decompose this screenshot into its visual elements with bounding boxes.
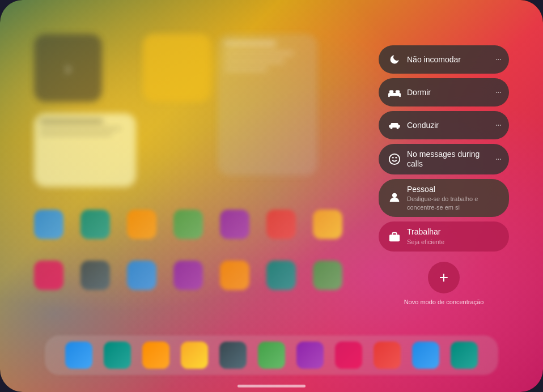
svg-rect-4	[399, 95, 401, 97]
app-row-2	[34, 261, 342, 290]
car-icon	[387, 117, 402, 133]
svg-point-7	[389, 154, 400, 164]
focus-item-nao-incomodar[interactable]: Não incomodar ···	[379, 45, 509, 74]
dock-icon	[142, 342, 169, 369]
app-icon	[127, 210, 156, 239]
focus-title: Não incomodar	[407, 55, 492, 65]
focus-text-trabalhar: Trabalhar Seja eficiente	[407, 227, 501, 246]
focus-title: Pessoal	[407, 185, 501, 194]
dock-icon	[451, 342, 478, 369]
focus-title: Dormir	[407, 88, 492, 97]
widget-note	[34, 113, 136, 187]
home-indicator	[237, 385, 306, 387]
dock-icon	[374, 342, 401, 369]
focus-text-dormir: Dormir	[407, 88, 492, 97]
app-icon	[80, 210, 110, 239]
widgets-area: ›	[34, 34, 317, 193]
svg-point-10	[392, 193, 397, 198]
app-icon	[313, 210, 342, 239]
moon-icon	[387, 52, 402, 67]
add-focus-button[interactable]: +	[428, 262, 460, 293]
svg-rect-1	[389, 90, 393, 93]
widget-arrow-icon: ›	[65, 58, 71, 79]
focus-title: No messages during calls	[407, 150, 492, 169]
focus-item-trabalhar[interactable]: Trabalhar Seja eficiente	[379, 221, 509, 252]
dock-icon	[412, 342, 439, 369]
focus-text-no-messages: No messages during calls	[407, 150, 492, 169]
focus-item-no-messages[interactable]: No messages during calls ···	[379, 144, 509, 174]
dock-icon	[335, 342, 362, 369]
focus-subtitle: Seja eficiente	[407, 238, 501, 246]
app-icon	[80, 261, 110, 290]
widget-large	[218, 34, 317, 176]
more-dots-nao-incomodar[interactable]: ···	[495, 54, 501, 65]
svg-point-6	[396, 127, 398, 129]
dock-icon	[104, 342, 131, 369]
dock-icon	[181, 342, 208, 369]
app-icon	[173, 261, 203, 290]
app-icon	[127, 261, 156, 290]
dock-icon	[296, 342, 324, 369]
focus-item-pessoal[interactable]: Pessoal Desligue-se do trabalho e concen…	[379, 179, 509, 217]
focus-item-dormir[interactable]: Dormir ···	[379, 78, 509, 106]
person-icon	[387, 190, 402, 206]
focus-title: Conduzir	[407, 121, 492, 130]
dock-icon	[219, 342, 247, 369]
smiley-icon	[387, 151, 402, 167]
app-icon	[220, 210, 249, 239]
app-icon	[34, 210, 63, 239]
app-icon	[173, 210, 203, 239]
dock-icon	[258, 342, 285, 369]
focus-item-conduzir[interactable]: Conduzir ···	[379, 111, 509, 139]
more-dots-dormir[interactable]: ···	[495, 87, 501, 97]
widget-small-dark: ›	[34, 34, 102, 102]
focus-subtitle: Desligue-se do trabalho e concentre-se e…	[407, 195, 501, 211]
svg-point-5	[390, 127, 392, 129]
widget-yellow	[143, 34, 211, 102]
dock	[45, 335, 498, 375]
focus-text-pessoal: Pessoal Desligue-se do trabalho e concen…	[407, 185, 501, 211]
focus-text-nao-incomodar: Não incomodar	[407, 55, 492, 65]
add-focus-label: Novo modo de concentração	[404, 298, 484, 306]
plus-icon: +	[439, 269, 448, 287]
svg-rect-3	[388, 95, 390, 97]
ipad-frame: ›	[0, 0, 543, 392]
app-icon	[220, 261, 249, 290]
app-icon	[313, 261, 342, 290]
svg-rect-2	[396, 90, 400, 93]
dock-icon	[65, 342, 92, 369]
bed-icon	[387, 84, 402, 100]
app-icon	[34, 261, 63, 290]
add-focus-container: + Novo modo de concentração	[379, 262, 509, 306]
focus-text-conduzir: Conduzir	[407, 121, 492, 130]
more-dots-no-messages[interactable]: ···	[495, 154, 501, 164]
briefcase-icon	[387, 229, 402, 245]
more-dots-conduzir[interactable]: ···	[495, 120, 501, 130]
app-row-1	[34, 210, 342, 239]
app-icon	[266, 210, 296, 239]
focus-title: Trabalhar	[407, 227, 501, 237]
focus-panel: Não incomodar ··· Dormir ···	[379, 45, 509, 306]
app-icon	[266, 261, 296, 290]
